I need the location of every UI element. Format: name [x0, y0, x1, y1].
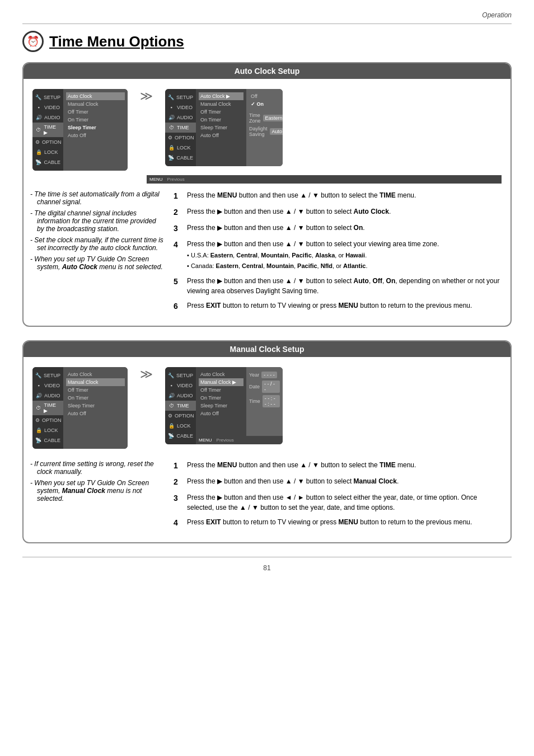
manual-clock-right-sidebar: 🔧SETUP ▪VIDEO 🔊AUDIO ⏱TIME ⚙OPTION 🔒LOCK… [165, 367, 196, 444]
m-step-text-2: Press the ▶ button and then use ▲ / ▼ bu… [187, 476, 504, 488]
m-menu-audio: 🔊AUDIO [32, 391, 63, 401]
page-number: 81 [22, 564, 512, 572]
mr-menu-lock: 🔒LOCK [165, 421, 196, 431]
manual-step-3: 3 Press the ▶ button and then use ◄ / ► … [174, 492, 504, 513]
r-menu-time: ⏱TIME [165, 123, 196, 133]
r-setup-icon: 🔧 [168, 94, 174, 101]
manual-clock-right-menu: 🔧SETUP ▪VIDEO 🔊AUDIO ⏱TIME ⚙OPTION 🔒LOCK… [165, 367, 283, 444]
bullet-4: - When you set up TV Guide On Screen sys… [30, 255, 165, 271]
step-4-canada: • Canada: Eastern, Central, Mountain, Pa… [187, 261, 504, 271]
r-option-icon: ⚙ [168, 134, 172, 141]
timezone-row: Time Zone Eastern DaylightSaving Auto [249, 111, 283, 138]
mr-option-icon: ⚙ [168, 412, 172, 419]
auto-step-5: 5 Press the ▶ button and then use ▲ / ▼ … [174, 276, 504, 296]
submenu-manual-clock-1: Manual Clock [66, 100, 125, 108]
auto-clock-content: - The time is set automatically from a d… [24, 190, 510, 317]
mr-menu-cable: 📡CABLE [165, 431, 196, 441]
auto-clock-left-menu: 🔧SETUP ▪VIDEO 🔊AUDIO ⏱TIME ▶ ⚙OPTION 🔒LO… [32, 89, 128, 171]
m-bullet-2: - When you set up TV Guide On Screen sys… [30, 479, 165, 503]
r-time-icon: ⏱ [168, 124, 175, 131]
title-icon: ⏰ [22, 31, 44, 52]
mr-setup-icon: 🔧 [168, 372, 174, 379]
step-num-4: 4 [174, 239, 182, 271]
arrow-right-1: ≫ [137, 89, 156, 104]
auto-clock-steps: 1 Press the MENU button and then use ▲ /… [174, 190, 504, 317]
step-text-4: Press the ▶ button and then use ▲ / ▼ bu… [187, 239, 504, 271]
top-divider [22, 24, 512, 24]
r-submenu-auto-off: Auto Off [199, 132, 243, 139]
auto-clock-left-sidebar: 🔧SETUP ▪VIDEO 🔊AUDIO ⏱TIME ▶ ⚙OPTION 🔒LO… [32, 89, 63, 171]
mr-video-icon: ▪ [168, 382, 175, 389]
menu-cable: 📡CABLE [32, 157, 63, 167]
time-value: - - : - - : - - [263, 395, 280, 407]
manual-clock-left-menu: 🔧SETUP ▪VIDEO 🔊AUDIO ⏱TIME ▶ ⚙OPTION 🔒LO… [32, 367, 128, 449]
m-option-icon: ⚙ [35, 417, 40, 424]
time-icon: ⏱ [35, 126, 41, 133]
auto-clock-right-menu: 🔧SETUP ▪VIDEO 🔊AUDIO ⏱TIME ⚙OPTION 🔒LOCK… [165, 89, 283, 166]
auto-step-2: 2 Press the ▶ button and then use ▲ / ▼ … [174, 206, 504, 218]
m-step-num-2: 2 [174, 476, 182, 488]
m-bullet-1: - If current time setting is wrong, rese… [30, 460, 165, 476]
step-text-3: Press the ▶ button and then use ▲ / ▼ bu… [187, 223, 504, 234]
step-text-6: Press EXIT button to return to TV viewin… [187, 300, 504, 312]
m-submenu-auto-off: Auto Off [66, 410, 125, 417]
mr-lock-icon: 🔒 [168, 422, 175, 429]
r-submenu-manual-clock: Manual Clock [199, 100, 243, 108]
timezone-value: Eastern [263, 115, 283, 121]
daylight-row: DaylightSaving Auto [249, 125, 283, 138]
m-step-text-1: Press the MENU button and then use ▲ / ▼… [187, 460, 504, 472]
setup-icon: 🔧 [35, 94, 41, 101]
timezone-container: Time Zone Eastern [249, 111, 283, 125]
manual-clock-content: - If current time setting is wrong, rese… [24, 460, 510, 533]
arrow-right-2: ≫ [137, 367, 156, 382]
time-row: Time - - : - - : - - [249, 394, 280, 408]
bullet-3: - Set the clock manually, if the current… [30, 236, 165, 252]
step-num-5: 5 [174, 276, 182, 296]
auto-clock-bottom-bar: MENU Previous [147, 175, 502, 184]
m-menu-time: ⏱TIME ▶ [32, 401, 63, 415]
m-step-num-1: 1 [174, 460, 182, 472]
auto-step-6: 6 Press EXIT button to return to TV view… [174, 300, 504, 312]
r-submenu-auto-clock: Auto Clock ▶ [199, 92, 243, 100]
m-menu-setup: 🔧SETUP [32, 370, 63, 381]
r-lock-icon: 🔒 [168, 144, 175, 151]
mr-time-icon: ⏱ [168, 402, 175, 409]
m-menu-cable: 📡CABLE [32, 435, 63, 445]
manual-clock-fields-panel: Year - - - - Date - - / - - Time - - : -… [246, 367, 283, 436]
menu-option: ⚙OPTION [32, 137, 63, 147]
auto-clock-options-panel: Off ✓ On Time Zone Eastern DaylightSavin… [246, 89, 283, 166]
page-title-container: ⏰ Time Menu Options [22, 31, 512, 52]
auto-step-4: 4 Press the ▶ button and then use ▲ / ▼ … [174, 239, 504, 271]
manual-clock-left-sidebar: 🔧SETUP ▪VIDEO 🔊AUDIO ⏱TIME ▶ ⚙OPTION 🔒LO… [32, 367, 63, 449]
r-video-icon: ▪ [168, 104, 175, 111]
manual-step-4: 4 Press EXIT button to return to TV view… [174, 517, 504, 529]
step-text-2: Press the ▶ button and then use ▲ / ▼ bu… [187, 206, 504, 218]
timezone-label: Time Zone [249, 112, 261, 124]
auto-clock-right-submenu: Auto Clock ▶ Manual Clock Off Timer On T… [196, 89, 246, 166]
submenu-off-timer-1: Off Timer [66, 108, 125, 116]
previous-label-1: Previous [167, 177, 185, 182]
auto-clock-right-sidebar: 🔧SETUP ▪VIDEO 🔊AUDIO ⏱TIME ⚙OPTION 🔒LOCK… [165, 89, 196, 166]
option-on: ✓ On [249, 100, 283, 108]
r-menu-cable: 📡CABLE [165, 153, 196, 163]
r-submenu-on-timer: On Timer [199, 116, 243, 124]
bullet-2: - The digital channel signal includes in… [30, 209, 165, 233]
mr-menu-audio: 🔊AUDIO [165, 391, 196, 401]
step-num-1: 1 [174, 190, 182, 202]
mr-audio-icon: 🔊 [168, 392, 175, 399]
r-menu-setup: 🔧SETUP [165, 92, 196, 102]
cable-icon: 📡 [35, 159, 41, 166]
m-cable-icon: 📡 [35, 437, 41, 444]
mr-submenu-auto-off: Auto Off [199, 410, 243, 417]
auto-clock-section: Auto Clock Setup 🔧SETUP ▪VIDEO 🔊AUDIO ⏱T… [22, 62, 512, 327]
year-row: Year - - - - [249, 370, 280, 379]
m-menu-option: ⚙OPTION [32, 415, 63, 425]
m-submenu-off-timer: Off Timer [66, 386, 125, 394]
m-step-num-4: 4 [174, 517, 182, 529]
r-submenu-off-timer: Off Timer [199, 108, 243, 116]
manual-clock-steps: 1 Press the MENU button and then use ▲ /… [174, 460, 504, 533]
m-step-text-4: Press EXIT button to return to TV viewin… [187, 517, 504, 529]
step-num-2: 2 [174, 206, 182, 218]
m-video-icon: ▪ [35, 382, 42, 389]
step-num-6: 6 [174, 300, 182, 312]
